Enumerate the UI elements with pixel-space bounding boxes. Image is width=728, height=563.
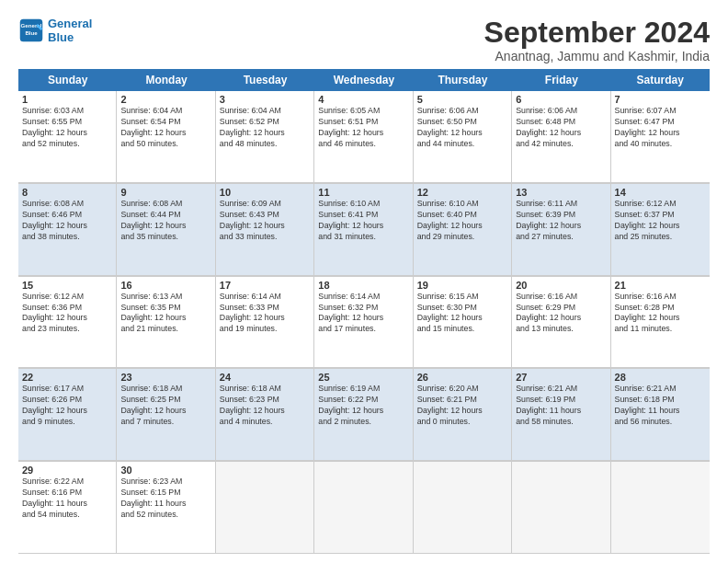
calendar-day-cell: 16Sunrise: 6:13 AM Sunset: 6:35 PM Dayli… — [117, 277, 215, 369]
day-number: 29 — [22, 465, 112, 476]
day-number: 13 — [516, 187, 606, 198]
calendar-day-cell: 3Sunrise: 6:04 AM Sunset: 6:52 PM Daylig… — [216, 91, 314, 183]
day-number: 20 — [516, 280, 606, 291]
calendar-day-cell: 12Sunrise: 6:10 AM Sunset: 6:40 PM Dayli… — [414, 184, 512, 276]
calendar-day-cell: 7Sunrise: 6:07 AM Sunset: 6:47 PM Daylig… — [611, 91, 710, 183]
calendar-day-cell: 25Sunrise: 6:19 AM Sunset: 6:22 PM Dayli… — [314, 369, 413, 461]
calendar-empty-cell — [611, 462, 710, 554]
day-number: 19 — [417, 280, 507, 291]
day-info: Sunrise: 6:13 AM Sunset: 6:35 PM Dayligh… — [120, 292, 210, 336]
calendar-day-cell: 21Sunrise: 6:16 AM Sunset: 6:28 PM Dayli… — [611, 277, 710, 369]
calendar-day-cell: 6Sunrise: 6:06 AM Sunset: 6:48 PM Daylig… — [512, 91, 610, 183]
day-number: 9 — [120, 187, 210, 198]
day-info: Sunrise: 6:22 AM Sunset: 6:16 PM Dayligh… — [22, 477, 112, 521]
day-number: 12 — [417, 187, 507, 198]
calendar-body: 1Sunrise: 6:03 AM Sunset: 6:55 PM Daylig… — [18, 91, 710, 554]
calendar-week-row: 8Sunrise: 6:08 AM Sunset: 6:46 PM Daylig… — [18, 184, 710, 277]
weekday-header: Saturday — [611, 69, 710, 91]
day-info: Sunrise: 6:14 AM Sunset: 6:32 PM Dayligh… — [318, 292, 408, 336]
calendar-day-cell: 13Sunrise: 6:11 AM Sunset: 6:39 PM Dayli… — [512, 184, 610, 276]
day-number: 1 — [22, 94, 112, 105]
day-number: 15 — [22, 280, 112, 291]
calendar-day-cell: 15Sunrise: 6:12 AM Sunset: 6:36 PM Dayli… — [18, 277, 117, 369]
day-number: 26 — [417, 372, 507, 383]
day-number: 28 — [615, 372, 706, 383]
day-number: 4 — [318, 94, 408, 105]
day-info: Sunrise: 6:12 AM Sunset: 6:36 PM Dayligh… — [22, 292, 112, 336]
calendar-empty-cell — [512, 462, 610, 554]
day-number: 18 — [318, 280, 408, 291]
calendar-empty-cell — [414, 462, 512, 554]
location: Anantnag, Jammu and Kashmir, India — [484, 49, 710, 63]
weekday-header: Monday — [117, 69, 215, 91]
day-info: Sunrise: 6:04 AM Sunset: 6:54 PM Dayligh… — [120, 106, 210, 150]
calendar-day-cell: 11Sunrise: 6:10 AM Sunset: 6:41 PM Dayli… — [314, 184, 413, 276]
day-info: Sunrise: 6:09 AM Sunset: 6:43 PM Dayligh… — [220, 199, 310, 243]
weekday-header: Wednesday — [314, 69, 413, 91]
day-info: Sunrise: 6:23 AM Sunset: 6:15 PM Dayligh… — [120, 477, 210, 521]
day-number: 22 — [22, 372, 112, 383]
page: General Blue General Blue September 2024… — [0, 0, 728, 563]
calendar-day-cell: 19Sunrise: 6:15 AM Sunset: 6:30 PM Dayli… — [414, 277, 512, 369]
weekday-header: Thursday — [414, 69, 512, 91]
day-info: Sunrise: 6:17 AM Sunset: 6:26 PM Dayligh… — [22, 384, 112, 428]
day-number: 16 — [120, 280, 210, 291]
logo-text: General Blue — [48, 17, 92, 44]
calendar-day-cell: 18Sunrise: 6:14 AM Sunset: 6:32 PM Dayli… — [314, 277, 413, 369]
logo-icon: General Blue — [18, 17, 44, 43]
calendar-empty-cell — [216, 462, 314, 554]
day-info: Sunrise: 6:20 AM Sunset: 6:21 PM Dayligh… — [417, 384, 507, 428]
calendar-day-cell: 10Sunrise: 6:09 AM Sunset: 6:43 PM Dayli… — [216, 184, 314, 276]
day-number: 10 — [220, 187, 310, 198]
day-number: 24 — [220, 372, 310, 383]
day-number: 25 — [318, 372, 408, 383]
calendar-day-cell: 4Sunrise: 6:05 AM Sunset: 6:51 PM Daylig… — [314, 91, 413, 183]
day-info: Sunrise: 6:07 AM Sunset: 6:47 PM Dayligh… — [615, 106, 706, 150]
calendar-day-cell: 17Sunrise: 6:14 AM Sunset: 6:33 PM Dayli… — [216, 277, 314, 369]
day-number: 8 — [22, 187, 112, 198]
day-info: Sunrise: 6:14 AM Sunset: 6:33 PM Dayligh… — [220, 292, 310, 336]
day-info: Sunrise: 6:18 AM Sunset: 6:25 PM Dayligh… — [120, 384, 210, 428]
logo: General Blue General Blue — [18, 17, 92, 44]
calendar-week-row: 1Sunrise: 6:03 AM Sunset: 6:55 PM Daylig… — [18, 91, 710, 184]
calendar-day-cell: 9Sunrise: 6:08 AM Sunset: 6:44 PM Daylig… — [117, 184, 215, 276]
day-number: 21 — [615, 280, 706, 291]
day-info: Sunrise: 6:06 AM Sunset: 6:50 PM Dayligh… — [417, 106, 507, 150]
header: General Blue General Blue September 2024… — [18, 17, 710, 63]
svg-text:Blue: Blue — [25, 29, 38, 36]
weekday-header: Sunday — [18, 69, 117, 91]
calendar-day-cell: 24Sunrise: 6:18 AM Sunset: 6:23 PM Dayli… — [216, 369, 314, 461]
day-number: 5 — [417, 94, 507, 105]
day-number: 17 — [220, 280, 310, 291]
day-info: Sunrise: 6:12 AM Sunset: 6:37 PM Dayligh… — [615, 199, 706, 243]
calendar-header: SundayMondayTuesdayWednesdayThursdayFrid… — [18, 69, 710, 91]
day-number: 11 — [318, 187, 408, 198]
calendar-week-row: 15Sunrise: 6:12 AM Sunset: 6:36 PM Dayli… — [18, 277, 710, 370]
day-number: 23 — [120, 372, 210, 383]
title-block: September 2024 Anantnag, Jammu and Kashm… — [484, 17, 710, 63]
day-info: Sunrise: 6:06 AM Sunset: 6:48 PM Dayligh… — [516, 106, 606, 150]
day-info: Sunrise: 6:16 AM Sunset: 6:28 PM Dayligh… — [615, 292, 706, 336]
calendar-week-row: 22Sunrise: 6:17 AM Sunset: 6:26 PM Dayli… — [18, 369, 710, 462]
weekday-header: Tuesday — [216, 69, 314, 91]
calendar-day-cell: 27Sunrise: 6:21 AM Sunset: 6:19 PM Dayli… — [512, 369, 610, 461]
day-info: Sunrise: 6:04 AM Sunset: 6:52 PM Dayligh… — [220, 106, 310, 150]
calendar-day-cell: 29Sunrise: 6:22 AM Sunset: 6:16 PM Dayli… — [18, 462, 117, 554]
calendar: SundayMondayTuesdayWednesdayThursdayFrid… — [18, 69, 710, 554]
calendar-week-row: 29Sunrise: 6:22 AM Sunset: 6:16 PM Dayli… — [18, 462, 710, 554]
calendar-day-cell: 26Sunrise: 6:20 AM Sunset: 6:21 PM Dayli… — [414, 369, 512, 461]
month-title: September 2024 — [484, 17, 710, 49]
day-info: Sunrise: 6:08 AM Sunset: 6:44 PM Dayligh… — [120, 199, 210, 243]
calendar-empty-cell — [314, 462, 413, 554]
day-info: Sunrise: 6:19 AM Sunset: 6:22 PM Dayligh… — [318, 384, 408, 428]
day-number: 14 — [615, 187, 706, 198]
calendar-day-cell: 5Sunrise: 6:06 AM Sunset: 6:50 PM Daylig… — [414, 91, 512, 183]
day-number: 7 — [615, 94, 706, 105]
day-info: Sunrise: 6:11 AM Sunset: 6:39 PM Dayligh… — [516, 199, 606, 243]
day-info: Sunrise: 6:03 AM Sunset: 6:55 PM Dayligh… — [22, 106, 112, 150]
day-info: Sunrise: 6:16 AM Sunset: 6:29 PM Dayligh… — [516, 292, 606, 336]
day-info: Sunrise: 6:21 AM Sunset: 6:19 PM Dayligh… — [516, 384, 606, 428]
day-number: 3 — [220, 94, 310, 105]
day-number: 27 — [516, 372, 606, 383]
day-info: Sunrise: 6:10 AM Sunset: 6:40 PM Dayligh… — [417, 199, 507, 243]
